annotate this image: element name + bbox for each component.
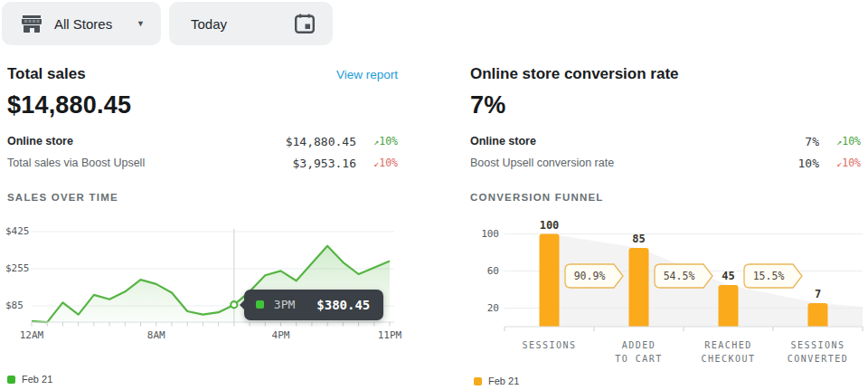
metric-value: $3,953.16 [293, 157, 356, 170]
chart-tooltip: 3PM $380.45 [244, 290, 384, 320]
axis-tick-label: 11PM [378, 329, 402, 341]
legend-swatch-green [7, 376, 15, 384]
tooltip-time: 3PM [274, 298, 295, 311]
date-selector[interactable]: Today [169, 2, 333, 45]
svg-text:7: 7 [815, 288, 821, 300]
funnel-category-label: ADDEDTO CART [615, 338, 663, 366]
legend-swatch-orange [474, 377, 482, 385]
calendar-icon [295, 14, 315, 33]
chevron-down-icon: ▼ [137, 19, 145, 28]
trend-badge: ↗10% [356, 135, 398, 147]
axis-tick-label: 4PM [272, 329, 290, 341]
svg-text:100: 100 [540, 219, 560, 232]
axis-tick-label: $85 [5, 300, 24, 311]
metric-row-boost-upsell-rate: Boost Upsell conversion rate 10% ↙10% [470, 152, 861, 174]
metric-row-boost-upsell: Total sales via Boost Upsell $3,953.16 ↙… [7, 152, 398, 174]
analytics-dashboard: All Stores ▼ Today Total sales View repo… [0, 0, 868, 390]
funnel-category-label: REACHEDCHECKOUT [701, 338, 755, 366]
legend-label: Feb 21 [22, 374, 52, 385]
conversion-funnel-chart[interactable]: 1008545790.9%54.5%15.5% [505, 224, 863, 342]
metric-label: Online store [7, 135, 286, 147]
axis-tick-label: 12AM [20, 329, 44, 341]
date-selector-label: Today [191, 16, 227, 32]
view-report-link[interactable]: View report [336, 68, 398, 81]
conversion-rate-title: Online store conversion rate [470, 65, 679, 83]
total-sales-headline: $14,880.45 [7, 91, 398, 119]
sales-over-time-title: SALES OVER TIME [7, 192, 398, 203]
metric-row-online-store-rate: Online store 7% ↗10% [470, 130, 861, 152]
metric-label: Boost Upsell conversion rate [470, 157, 798, 169]
metric-value: 7% [805, 135, 819, 148]
total-sales-title: Total sales [7, 65, 86, 83]
svg-text:90.9%: 90.9% [574, 270, 606, 282]
trend-badge: ↙10% [819, 157, 861, 169]
funnel-legend: Feb 21 [474, 376, 519, 386]
svg-text:54.5%: 54.5% [664, 270, 695, 282]
axis-tick-label: 60 [474, 265, 499, 277]
conversion-rate-headline: 7% [470, 91, 861, 119]
tooltip-series-swatch [256, 300, 264, 309]
store-selector-label: All Stores [54, 16, 112, 32]
conversion-rate-panel: Online store conversion rate 7% Online s… [470, 65, 861, 203]
axis-tick-label: $425 [5, 225, 30, 237]
tooltip-value: $380.45 [316, 298, 370, 312]
axis-tick-label: 8AM [147, 329, 165, 341]
store-selector[interactable]: All Stores ▼ [2, 2, 161, 45]
metric-row-online-store: Online store $14,880.45 ↗10% [7, 130, 398, 152]
store-icon [22, 15, 42, 33]
axis-tick-label: $255 [5, 262, 30, 274]
trend-badge: ↗10% [819, 135, 861, 147]
funnel-category-label: SESSIONS [522, 338, 576, 352]
axis-tick-label: 100 [474, 228, 499, 240]
svg-text:45: 45 [722, 270, 734, 282]
metric-label: Total sales via Boost Upsell [7, 157, 293, 169]
svg-text:15.5%: 15.5% [753, 270, 785, 282]
metric-value: $14,880.45 [286, 135, 356, 148]
metric-value: 10% [798, 157, 819, 170]
funnel-category-label: SESSIONSCONVERTED [788, 338, 849, 366]
metric-label: Online store [470, 135, 805, 147]
legend-label: Feb 21 [488, 376, 519, 386]
total-sales-panel: Total sales View report $14,880.45 Onlin… [7, 65, 398, 203]
axis-tick-label: 20 [474, 302, 499, 314]
sales-legend: Feb 21 [7, 374, 52, 385]
svg-text:85: 85 [632, 233, 645, 245]
trend-badge: ↙10% [356, 157, 398, 169]
conversion-funnel-title: CONVERSION FUNNEL [470, 192, 861, 203]
